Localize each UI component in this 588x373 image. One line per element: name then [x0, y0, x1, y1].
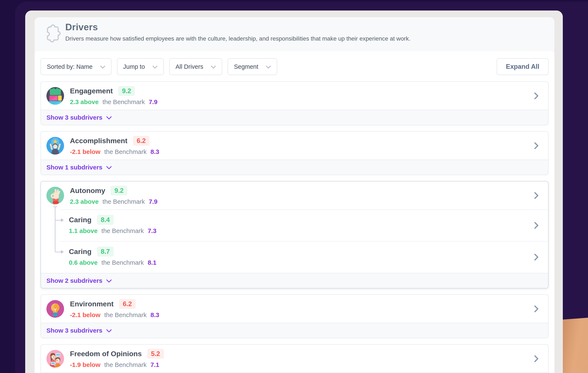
- driver-row[interactable]: Engagement 9.2 2.3 above the Benchmark 7…: [41, 82, 548, 110]
- score-badge: 6.2: [133, 136, 149, 146]
- score-badge: 9.2: [118, 86, 135, 96]
- accomplishment-icon: [46, 137, 64, 154]
- subdriver-row[interactable]: Caring 8.7 0.6 above the Benchmark 8.1: [41, 241, 548, 273]
- benchmark-delta: 2.3 above: [70, 99, 99, 105]
- benchmark-delta: -2.1 below: [70, 148, 100, 155]
- benchmark-value: 7.1: [150, 361, 159, 368]
- page-title: Drivers: [65, 22, 410, 32]
- sort-dropdown[interactable]: Sorted by: Name: [41, 58, 112, 75]
- corner-illustration: [562, 317, 588, 373]
- benchmark-value: 8.3: [150, 311, 159, 318]
- segment-dropdown[interactable]: Segment: [228, 58, 277, 75]
- page-header: Drivers Drivers measure how satisfied em…: [35, 17, 554, 51]
- chevron-right-icon: [532, 221, 541, 230]
- benchmark-delta: 2.3 above: [70, 198, 99, 205]
- score-badge: 6.2: [119, 299, 136, 309]
- connector-arrow-icon: [55, 220, 61, 220]
- chevron-down-icon: [266, 66, 271, 69]
- chevron-right-icon: [532, 191, 541, 200]
- benchmark-delta: 0.6 above: [69, 259, 98, 266]
- driver-name: Environment: [70, 300, 114, 308]
- driver-name: Accomplishment: [70, 137, 127, 145]
- show-subdrivers-button[interactable]: Show 1 subdrivers: [41, 160, 548, 175]
- benchmark-label: the Benchmark: [100, 259, 146, 266]
- score-badge: 8.7: [97, 247, 114, 256]
- benchmark-label: the Benchmark: [103, 311, 148, 318]
- benchmark-label: the Benchmark: [103, 148, 148, 155]
- subdriver-row[interactable]: Caring 8.4 1.1 above the Benchmark 7.3: [41, 209, 548, 241]
- chevron-right-icon: [532, 142, 541, 150]
- screen: Drivers Drivers measure how satisfied em…: [0, 0, 588, 373]
- expand-all-button[interactable]: Expand All: [497, 58, 548, 75]
- driver-list: Engagement 9.2 2.3 above the Benchmark 7…: [41, 81, 548, 373]
- chevron-right-icon: [532, 253, 541, 261]
- autonomy-icon: [46, 187, 64, 204]
- benchmark-label: the Benchmark: [101, 99, 147, 105]
- show-subdrivers-button[interactable]: Show 2 subdrivers: [41, 273, 548, 288]
- driver-card: Freedom of Opinions 5.2 -1.9 below the B…: [41, 344, 548, 373]
- chevron-right-icon: [532, 92, 541, 100]
- subdriver-name: Caring: [69, 216, 92, 224]
- benchmark-delta: -2.1 below: [70, 311, 100, 318]
- chevron-down-icon: [106, 279, 112, 283]
- benchmark-value: 7.9: [149, 198, 158, 205]
- benchmark-value: 7.9: [149, 99, 158, 105]
- drivers-panel: Drivers Drivers measure how satisfied em…: [35, 17, 554, 373]
- drivers-filter-dropdown[interactable]: All Drivers: [169, 58, 222, 75]
- chevron-down-icon: [100, 66, 105, 69]
- subdriver-list: Caring 8.4 1.1 above the Benchmark 7.3 C…: [41, 209, 548, 273]
- benchmark-label: the Benchmark: [103, 361, 148, 368]
- show-subdrivers-button[interactable]: Show 3 subdrivers: [41, 323, 548, 338]
- driver-row[interactable]: Accomplishment 6.2 -2.1 below the Benchm…: [41, 132, 548, 160]
- chevron-down-icon: [152, 66, 158, 69]
- subdriver-name: Caring: [69, 247, 92, 256]
- benchmark-line: -2.1 below the Benchmark 8.3: [70, 311, 159, 318]
- driver-name: Freedom of Opinions: [70, 350, 142, 358]
- chevron-down-icon: [211, 66, 216, 69]
- driver-row[interactable]: Environment 6.2 -2.1 below the Benchmark…: [41, 295, 548, 323]
- app-window: Drivers Drivers measure how satisfied em…: [25, 11, 563, 373]
- benchmark-line: 0.6 above the Benchmark 8.1: [69, 259, 527, 266]
- driver-card: Environment 6.2 -2.1 below the Benchmark…: [41, 294, 548, 338]
- benchmark-line: 1.1 above the Benchmark 7.3: [69, 227, 527, 234]
- benchmark-delta: 1.1 above: [69, 227, 98, 234]
- engagement-icon: [46, 87, 64, 105]
- benchmark-value: 7.3: [148, 227, 157, 234]
- connector-arrow-icon: [55, 252, 61, 252]
- jump-to-dropdown[interactable]: Jump to: [117, 58, 164, 75]
- benchmark-line: 2.3 above the Benchmark 7.9: [70, 99, 158, 106]
- driver-row[interactable]: Autonomy 9.2 2.3 above the Benchmark 7.9: [41, 181, 548, 209]
- score-badge: 5.2: [147, 349, 164, 359]
- drivers-content: Sorted by: Name Jump to All Drivers Segm…: [35, 51, 554, 373]
- benchmark-line: -1.9 below the Benchmark 7.1: [70, 361, 164, 368]
- benchmark-label: the Benchmark: [101, 198, 147, 205]
- environment-icon: [46, 300, 64, 318]
- chevron-down-icon: [106, 166, 112, 169]
- score-badge: 8.4: [97, 215, 114, 225]
- score-badge: 9.2: [111, 186, 127, 196]
- benchmark-value: 8.1: [148, 259, 157, 266]
- driver-name: Autonomy: [70, 186, 105, 195]
- driver-name: Engagement: [70, 87, 113, 95]
- benchmark-line: 2.3 above the Benchmark 7.9: [70, 198, 158, 205]
- benchmark-line: -2.1 below the Benchmark 8.3: [70, 148, 159, 155]
- benchmark-delta: -1.9 below: [70, 361, 100, 368]
- show-subdrivers-button[interactable]: Show 3 subdrivers: [41, 110, 548, 125]
- driver-card: Accomplishment 6.2 -2.1 below the Benchm…: [41, 131, 548, 175]
- benchmark-value: 8.3: [150, 148, 159, 155]
- driver-card: Engagement 9.2 2.3 above the Benchmark 7…: [41, 81, 548, 125]
- chevron-down-icon: [106, 116, 112, 120]
- toolbar: Sorted by: Name Jump to All Drivers Segm…: [41, 58, 548, 75]
- chevron-right-icon: [532, 305, 541, 313]
- chevron-down-icon: [106, 329, 112, 333]
- chevron-right-icon: [532, 354, 541, 363]
- benchmark-label: the Benchmark: [100, 227, 146, 234]
- freedom-of-opinions-icon: [46, 350, 64, 368]
- page-description: Drivers measure how satisfied employees …: [65, 35, 410, 42]
- driver-row[interactable]: Freedom of Opinions 5.2 -1.9 below the B…: [41, 345, 548, 373]
- driver-card: Autonomy 9.2 2.3 above the Benchmark 7.9…: [41, 181, 548, 288]
- puzzle-icon: [41, 23, 62, 44]
